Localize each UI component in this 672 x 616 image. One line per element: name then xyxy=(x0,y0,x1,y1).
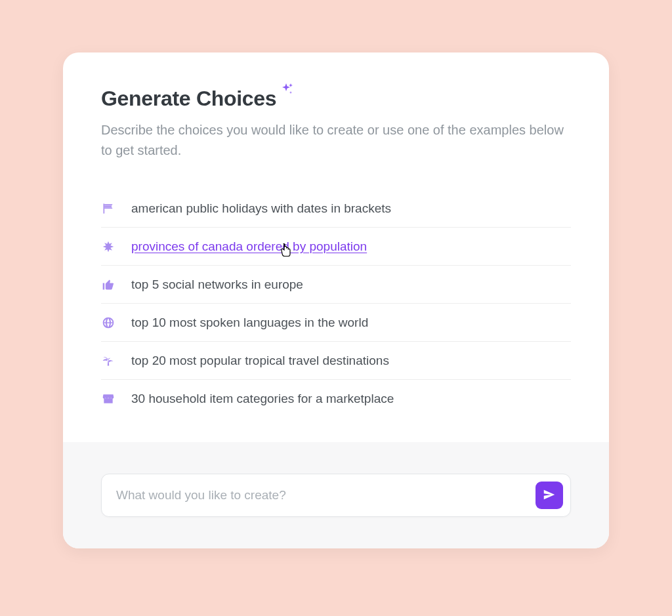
palm-tree-icon xyxy=(101,354,116,368)
input-wrap xyxy=(101,474,571,517)
example-item[interactable]: provinces of canada ordered by populatio… xyxy=(101,228,571,266)
title-row: Generate Choices xyxy=(101,87,571,111)
generate-choices-card: Generate Choices Describe the choices yo… xyxy=(63,52,609,548)
flag-icon xyxy=(101,201,116,216)
example-label: 30 household item categories for a marke… xyxy=(131,392,394,406)
example-label: top 5 social networks in europe xyxy=(131,277,303,292)
sparkle-icon xyxy=(278,82,294,100)
store-icon xyxy=(101,392,116,406)
examples-list: american public holidays with dates in b… xyxy=(101,190,571,417)
splat-icon xyxy=(101,239,116,254)
prompt-input[interactable] xyxy=(101,474,571,517)
example-label: top 20 most popular tropical travel dest… xyxy=(131,354,389,368)
page-subtitle: Describe the choices you would like to c… xyxy=(101,120,571,161)
example-item[interactable]: top 5 social networks in europe xyxy=(101,266,571,304)
example-label: provinces of canada ordered by populatio… xyxy=(131,239,367,254)
example-item[interactable]: top 20 most popular tropical travel dest… xyxy=(101,342,571,380)
globe-icon xyxy=(101,316,116,330)
svg-rect-1 xyxy=(104,205,113,206)
input-zone xyxy=(63,442,609,548)
example-label: top 10 most spoken languages in the worl… xyxy=(131,316,368,330)
svg-rect-2 xyxy=(104,207,113,208)
svg-rect-0 xyxy=(104,204,105,214)
thumbs-up-icon xyxy=(101,277,116,292)
send-button[interactable] xyxy=(536,482,563,509)
example-item[interactable]: top 10 most spoken languages in the worl… xyxy=(101,304,571,342)
example-item[interactable]: 30 household item categories for a marke… xyxy=(101,380,571,417)
send-icon xyxy=(542,487,556,504)
example-item[interactable]: american public holidays with dates in b… xyxy=(101,190,571,228)
card-content: Generate Choices Describe the choices yo… xyxy=(63,52,609,442)
example-label: american public holidays with dates in b… xyxy=(131,201,391,216)
page-title: Generate Choices xyxy=(101,87,276,111)
